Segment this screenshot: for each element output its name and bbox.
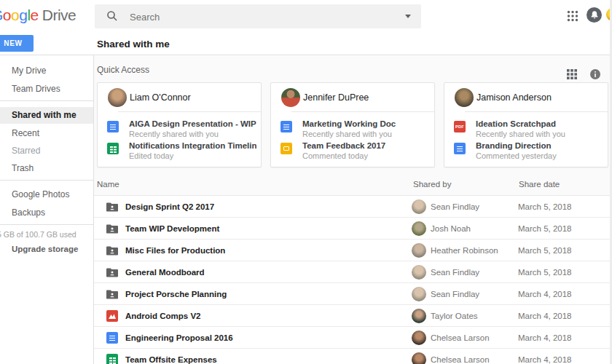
grid-view-icon[interactable] (567, 69, 577, 79)
file-subtitle: Commented yesterday (476, 151, 603, 161)
avatar (412, 352, 426, 364)
shared-folder-icon (106, 245, 119, 256)
shared-folder-icon (106, 202, 119, 213)
sidebar-item-shared-with-me[interactable]: Shared with me (0, 107, 93, 124)
table-row[interactable]: General Moodboard Sean Findlay March 5, … (94, 261, 612, 283)
search-options-chevron-down-icon[interactable] (405, 15, 411, 18)
logo-product-name: Drive (42, 7, 76, 23)
search-placeholder: Search (130, 12, 160, 23)
sidebar-item-my-drive[interactable]: My Drive (0, 66, 93, 76)
shared-by-name: Taylor Oates (431, 312, 478, 320)
storage-usage-text: 5 GB of 100.7 GB used (0, 230, 99, 239)
quick-access-file[interactable]: Marketing Working Doc Recently shared wi… (280, 119, 430, 140)
shared-by-name: Sean Findlay (431, 202, 479, 211)
table-row[interactable]: Engineering Proposal 2016 Chelsea Larson… (94, 327, 612, 349)
file-subtitle: Recently shared with you (476, 130, 603, 139)
file-name: Engineering Proposal 2016 (125, 333, 233, 342)
logo-letter: o (11, 7, 19, 23)
avatar (412, 287, 426, 301)
file-title: Branding Direction (476, 141, 603, 151)
quick-access-card[interactable]: Liam O'Connor AIGA Design Presentation -… (97, 82, 262, 167)
info-icon[interactable] (590, 69, 600, 79)
file-title: Team Feedback 2017 (302, 141, 430, 151)
shared-folder-icon (106, 267, 119, 278)
sidebar-item-team-drives[interactable]: Team Drives (0, 84, 93, 94)
avatar (412, 199, 426, 214)
column-header-shared-by[interactable]: Shared by (413, 180, 451, 189)
quick-access-file[interactable]: Notifications Integration Timeline Edite… (107, 141, 256, 162)
file-subtitle: Commented today (302, 151, 430, 161)
docs-file-icon (107, 121, 119, 132)
avatar (412, 265, 426, 280)
table-header: Name Shared by Share date (94, 180, 612, 194)
avatar (108, 88, 127, 107)
shared-by-name: Chelsea Larson (431, 333, 490, 342)
table-row[interactable]: Design Sprint Q2 2017 Sean Findlay March… (94, 196, 612, 218)
share-date: March 4, 2018 (518, 290, 572, 298)
sidebar-item-starred[interactable]: Starred (0, 146, 93, 156)
avatar (412, 221, 426, 236)
table-row[interactable]: Android Comps V2 Taylor Oates March 4, 2… (94, 305, 612, 327)
file-title: AIGA Design Presentation - WIP (129, 119, 256, 129)
card-divider (291, 111, 434, 112)
sidebar-item-backups[interactable]: Backups (0, 207, 93, 218)
sidebar-divider (0, 180, 93, 181)
sidebar-divider (0, 100, 93, 101)
docs-file-icon (280, 121, 292, 132)
quick-access-file[interactable]: PDF Ideation Scratchpad Recently shared … (454, 119, 603, 140)
quick-access-heading: Quick Access (97, 65, 149, 75)
file-subtitle: Edited today (129, 151, 256, 161)
card-divider (465, 111, 608, 112)
file-list: Design Sprint Q2 2017 Sean Findlay March… (94, 195, 612, 364)
column-header-share-date[interactable]: Share date (519, 180, 560, 189)
share-date: March 4, 2018 (518, 312, 572, 320)
image-file-icon (106, 310, 118, 322)
apps-grid-icon[interactable] (567, 10, 578, 22)
avatar (455, 88, 474, 107)
share-date: March 5, 2018 (518, 224, 572, 233)
table-row[interactable]: Misc Files for Production Heather Robins… (94, 240, 612, 261)
file-title: Notifications Integration Timeline (129, 141, 256, 151)
shared-folder-icon (106, 289, 119, 300)
table-row[interactable]: Team WIP Development Josh Noah March 5, … (94, 218, 612, 240)
table-row[interactable]: Team Offsite Expenses Chelsea Larson Mar… (94, 349, 612, 364)
search-icon (106, 10, 118, 22)
file-name: Misc Files for Production (125, 246, 225, 255)
file-subtitle: Recently shared with you (302, 130, 430, 139)
google-drive-logo[interactable]: GoogleDrive (0, 7, 76, 24)
quick-access-card[interactable]: Jamison Anderson PDF Ideation Scratchpad… (444, 82, 608, 167)
card-owner-name: Liam O'Connor (130, 92, 191, 103)
sidebar: My Drive Team Drives Shared with me Rece… (0, 55, 93, 364)
sidebar-item-recent[interactable]: Recent (0, 128, 93, 138)
file-name: Team WIP Development (125, 224, 219, 233)
page-title: Shared with me (97, 39, 170, 50)
card-owner-name: Jennifer DuPree (303, 92, 369, 103)
logo-letter: g (19, 7, 27, 23)
new-button[interactable]: NEW (0, 35, 34, 52)
docs-file-icon (106, 332, 118, 344)
quick-access-file[interactable]: Branding Direction Commented yesterday (454, 141, 603, 162)
upgrade-storage-link[interactable]: Upgrade storage (12, 245, 78, 253)
file-title: Ideation Scratchpad (476, 119, 603, 129)
quick-access-file[interactable]: Team Feedback 2017 Commented today (280, 141, 430, 162)
quick-access-file[interactable]: AIGA Design Presentation - WIP Recently … (107, 119, 256, 140)
top-bar: GoogleDrive Search (0, 0, 612, 33)
search-input[interactable]: Search (95, 4, 421, 28)
shared-by-name: Sean Findlay (431, 268, 479, 277)
notifications-bell-icon[interactable] (586, 7, 602, 23)
column-header-name[interactable]: Name (97, 180, 119, 189)
docs-file-icon (454, 143, 466, 154)
avatar (412, 331, 426, 345)
file-subtitle: Recently shared with you (129, 130, 256, 139)
sidebar-item-google-photos[interactable]: Google Photos (0, 189, 93, 199)
card-divider (118, 111, 261, 112)
share-date: March 5, 2018 (518, 246, 572, 255)
share-date: March 5, 2018 (518, 202, 572, 211)
pdf-icon-label: PDF (454, 124, 466, 129)
slides-file-icon (280, 143, 292, 154)
shared-folder-icon (106, 223, 119, 234)
quick-access-card[interactable]: Jennifer DuPree Marketing Working Doc Re… (270, 82, 435, 167)
table-row[interactable]: Project Porsche Planning Sean Findlay Ma… (94, 283, 612, 305)
sidebar-item-trash[interactable]: Trash (0, 163, 93, 173)
file-name: General Moodboard (125, 268, 205, 277)
